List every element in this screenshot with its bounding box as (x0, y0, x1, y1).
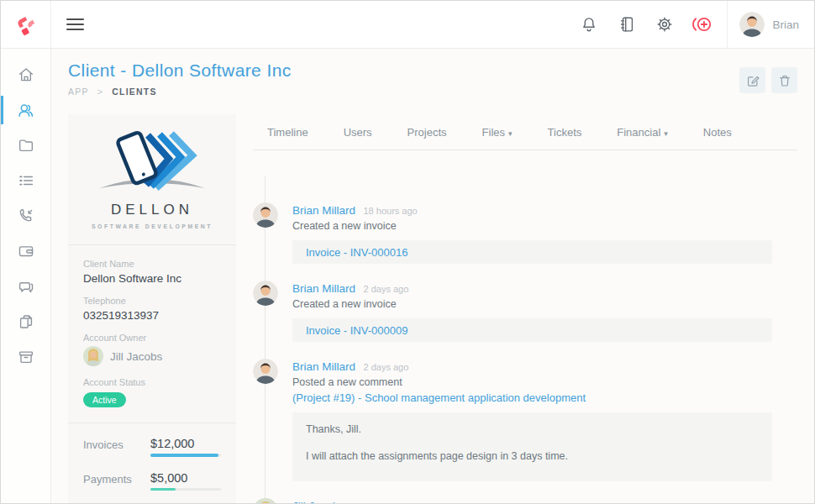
notifications-button[interactable] (576, 12, 602, 37)
caret-down-icon: ▾ (664, 129, 668, 138)
chat-icon (17, 277, 35, 296)
entry-action: Created a new invoice (292, 297, 772, 312)
tab-bar: Timeline Users Projects Files▾ Tickets F… (253, 114, 797, 150)
stat-value: $5,000 (150, 471, 221, 485)
tab-projects[interactable]: Projects (408, 126, 447, 139)
stat-invoices: Invoices $12,000 (83, 437, 221, 457)
list-icon (17, 171, 35, 190)
timestamp: 2 days ago (363, 284, 408, 294)
delete-client-button[interactable] (771, 67, 797, 93)
field-label: Telephone (83, 296, 221, 306)
author-link[interactable]: Brian Millard (292, 204, 355, 217)
wallet-icon (17, 242, 35, 260)
main-content: Client - Dellon Software Inc APP > CLIEN… (51, 49, 814, 504)
trash-icon (777, 73, 792, 88)
app-logo-icon (13, 12, 39, 37)
header-actions (576, 12, 715, 37)
timeline: Brian Millard 18 hours ago Created a new… (253, 150, 797, 504)
timestamp: 18 hours ago (363, 206, 417, 216)
progress-bar (150, 454, 218, 457)
breadcrumb-app[interactable]: APP (68, 87, 88, 97)
client-summary-panel: DELLON SOFTWARE DEVELOPMENT Client Name … (68, 114, 236, 504)
sidebar-item-folders[interactable] (1, 128, 50, 163)
tab-notes[interactable]: Notes (703, 126, 732, 139)
author-link[interactable]: Brian Millard (292, 282, 355, 295)
field-label: Account Owner (83, 333, 221, 343)
comment-line: Thanks, Jill. (306, 423, 759, 436)
client-detail-area: Timeline Users Projects Files▾ Tickets F… (253, 114, 797, 504)
notebook-icon (618, 15, 636, 34)
sidebar-item-messages[interactable] (1, 269, 50, 304)
gear-icon (655, 15, 674, 34)
author-link[interactable]: Jill Jacobs (292, 500, 344, 504)
folder-icon (17, 136, 35, 155)
invoice-link[interactable]: Invoice - INV-000016 (306, 246, 408, 259)
settings-button[interactable] (652, 12, 677, 37)
stat-payments: Payments $5,000 (83, 471, 221, 491)
home-icon (17, 66, 35, 84)
stat-value: $12,000 (150, 437, 221, 450)
sidebar-item-home[interactable] (1, 57, 50, 92)
phone-incoming-icon (17, 207, 35, 225)
author-avatar (253, 498, 278, 504)
copy-documents-icon (17, 312, 35, 331)
owner-name[interactable]: Jill Jacobs (110, 350, 162, 363)
stat-label: Invoices (83, 437, 144, 457)
chevron-right-icon: > (97, 87, 104, 97)
edit-client-button[interactable] (739, 67, 765, 93)
project-link[interactable]: (Project #19) - School management applic… (292, 390, 772, 406)
sidebar-item-calls[interactable] (1, 198, 50, 234)
archive-box-icon (17, 348, 35, 366)
client-logo-title: DELLON (76, 202, 228, 218)
client-logo-block: DELLON SOFTWARE DEVELOPMENT (68, 114, 236, 244)
timeline-entry: Brian Millard 18 hours ago Created a new… (253, 202, 797, 264)
tab-users[interactable]: Users (344, 126, 372, 139)
comment-box: Thanks, Jill. I will attach the assignme… (292, 412, 772, 481)
sidebar-item-clients[interactable] (1, 92, 50, 128)
app-logo[interactable] (1, 1, 51, 48)
progress-track (150, 488, 221, 491)
field-value: 032519313937 (83, 309, 221, 322)
tab-timeline[interactable]: Timeline (267, 126, 308, 139)
owner-avatar (83, 346, 103, 366)
user-avatar (739, 12, 765, 37)
author-avatar (253, 359, 278, 384)
menu-toggle-button[interactable] (59, 8, 91, 40)
author-link[interactable]: Brian Millard (292, 360, 355, 373)
sidebar-item-payments[interactable] (1, 234, 50, 269)
breadcrumb-clients[interactable]: CLIENTS (112, 87, 156, 97)
invoice-reference-box[interactable]: Invoice - INV-000016 (292, 240, 772, 264)
account-owner-field: Account Owner (83, 333, 221, 366)
contacts-button[interactable] (614, 12, 639, 37)
tab-financial[interactable]: Financial▾ (617, 126, 668, 139)
client-logo-graphic (89, 128, 215, 197)
quick-add-button[interactable] (690, 12, 715, 37)
invoice-reference-box[interactable]: Invoice - INV-000009 (292, 318, 772, 342)
sidebar-item-lists[interactable] (1, 163, 50, 198)
comment-line: I will attach the assignments page desig… (306, 449, 759, 463)
invoice-link[interactable]: Invoice - INV-000009 (306, 324, 408, 337)
tab-files[interactable]: Files▾ (482, 126, 513, 139)
telephone-field: Telephone 032519313937 (83, 296, 221, 322)
field-label: Client Name (83, 259, 221, 269)
tab-tickets[interactable]: Tickets (548, 126, 582, 139)
entry-action: Posted a new comment (292, 375, 772, 390)
stat-label: Payments (83, 471, 144, 491)
edit-icon (745, 73, 760, 88)
sidebar (1, 49, 51, 504)
bell-icon (580, 15, 598, 34)
breadcrumb: APP > CLIENTS (68, 87, 292, 97)
page-actions (739, 67, 797, 93)
client-logo-subtitle: SOFTWARE DEVELOPMENT (76, 223, 228, 229)
timeline-entry: Brian Millard 2 days ago Created a new i… (253, 281, 797, 342)
sidebar-item-documents[interactable] (1, 304, 50, 339)
account-status-field: Account Status Active (83, 377, 221, 407)
field-value: Dellon Software Inc (83, 272, 221, 285)
top-bar: Brian (1, 1, 814, 49)
user-name: Brian (772, 18, 799, 31)
sidebar-item-archive[interactable] (1, 339, 50, 375)
status-badge: Active (83, 392, 126, 407)
timeline-entry: Jill Jacobs 2 days ago Posted a new comm… (253, 498, 797, 504)
timeline-entry: Brian Millard 2 days ago Posted a new co… (253, 359, 797, 481)
user-menu[interactable]: Brian (727, 1, 814, 48)
